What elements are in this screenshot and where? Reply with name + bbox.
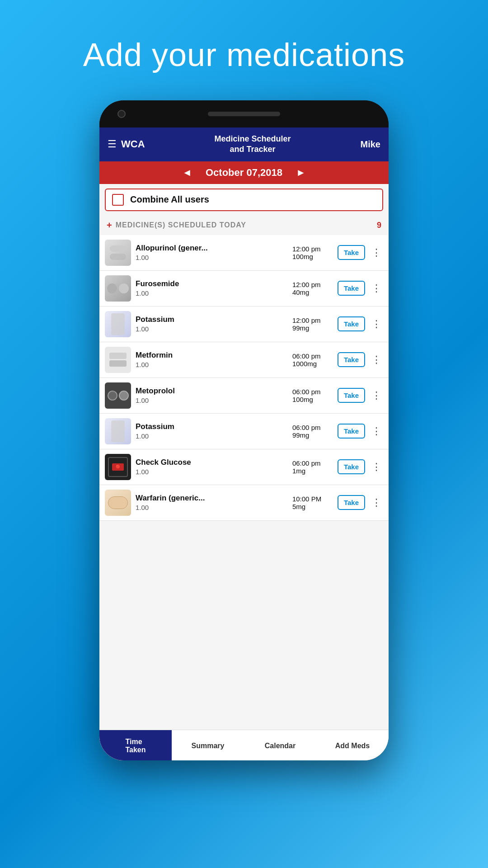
more-options-icon[interactable]: ⋮ xyxy=(370,425,383,437)
more-options-icon[interactable]: ⋮ xyxy=(370,318,383,330)
med-time: 06:00 pm 1000mg xyxy=(292,352,333,368)
med-dose: 1000mg xyxy=(292,360,317,368)
med-icon xyxy=(105,418,131,444)
take-button[interactable]: Take xyxy=(338,495,365,510)
app-header: ☰ WCA Medicine Scheduler and Tracker Mik… xyxy=(99,127,389,161)
more-options-icon[interactable]: ⋮ xyxy=(370,247,383,259)
bottom-nav: TimeTaken Summary Calendar Add Meds xyxy=(99,730,389,760)
med-name: Metoprolol xyxy=(136,387,288,396)
menu-icon[interactable]: ☰ xyxy=(108,139,117,149)
med-dose: 5mg xyxy=(292,503,305,510)
date-bar: ◄ October 07,2018 ► xyxy=(99,161,389,184)
more-options-icon[interactable]: ⋮ xyxy=(370,390,383,401)
med-time-text: 06:00 pm xyxy=(292,352,321,360)
hero-title: Add your medications xyxy=(83,36,405,73)
table-row: Potassium 1.00 06:00 pm 99mg Take ⋮ xyxy=(99,414,389,449)
med-icon xyxy=(105,347,131,373)
take-button[interactable]: Take xyxy=(338,281,365,296)
med-time: 10:00 PM 5mg xyxy=(292,495,333,510)
next-date-button[interactable]: ► xyxy=(296,167,306,179)
nav-summary[interactable]: Summary xyxy=(172,730,244,760)
med-name: Potassium xyxy=(136,315,288,324)
med-time-text: 12:00 pm xyxy=(292,316,321,324)
more-options-icon[interactable]: ⋮ xyxy=(370,461,383,473)
med-info: Potassium 1.00 xyxy=(136,315,288,333)
table-row: Potassium 1.00 12:00 pm 99mg Take ⋮ xyxy=(99,307,389,342)
med-name: Metformin xyxy=(136,351,288,360)
phone-camera xyxy=(117,110,126,118)
take-button[interactable]: Take xyxy=(338,352,365,367)
table-row: Metformin 1.00 06:00 pm 1000mg Take ⋮ xyxy=(99,342,389,378)
nav-calendar-label: Calendar xyxy=(265,742,296,750)
med-name: Warfarin (generic... xyxy=(136,494,288,503)
nav-calendar[interactable]: Calendar xyxy=(244,730,316,760)
nav-add-meds-label: Add Meds xyxy=(335,742,370,750)
more-options-icon[interactable]: ⋮ xyxy=(370,283,383,294)
take-button[interactable]: Take xyxy=(338,424,365,439)
med-icon xyxy=(105,240,131,266)
med-time-text: 12:00 pm xyxy=(292,245,321,253)
med-info: Allopurinol (gener... 1.00 xyxy=(136,244,288,261)
more-options-icon[interactable]: ⋮ xyxy=(370,497,383,509)
med-qty: 1.00 xyxy=(136,361,288,368)
current-date: October 07,2018 xyxy=(206,167,282,179)
med-time: 06:00 pm 99mg xyxy=(292,424,333,439)
med-time-text: 06:00 pm xyxy=(292,388,321,396)
table-row: 🔴 Check Glucose 1.00 06:00 pm 1mg Take ⋮ xyxy=(99,449,389,485)
take-button[interactable]: Take xyxy=(338,459,365,474)
table-row: Warfarin (generic... 1.00 10:00 PM 5mg T… xyxy=(99,485,389,521)
med-qty: 1.00 xyxy=(136,396,288,404)
med-info: Check Glucose 1.00 xyxy=(136,458,288,476)
combine-label: Combine All users xyxy=(130,194,209,205)
med-icon xyxy=(105,490,131,516)
med-qty: 1.00 xyxy=(136,289,288,297)
table-row: Allopurinol (gener... 1.00 12:00 pm 100m… xyxy=(99,235,389,271)
med-info: Metformin 1.00 xyxy=(136,351,288,368)
med-dose: 40mg xyxy=(292,288,310,296)
med-info: Warfarin (generic... 1.00 xyxy=(136,494,288,511)
med-dose: 100mg xyxy=(292,396,313,403)
prev-date-button[interactable]: ◄ xyxy=(182,167,192,179)
section-count: 9 xyxy=(377,221,381,230)
med-info: Metoprolol 1.00 xyxy=(136,387,288,404)
take-button[interactable]: Take xyxy=(338,245,365,260)
table-row: Metoprolol 1.00 06:00 pm 100mg Take ⋮ xyxy=(99,378,389,414)
med-icon: 🔴 xyxy=(105,454,131,480)
phone-frame: ☰ WCA Medicine Scheduler and Tracker Mik… xyxy=(99,100,389,760)
take-button[interactable]: Take xyxy=(338,388,365,403)
med-time-text: 06:00 pm xyxy=(292,424,321,431)
med-info: Potassium 1.00 xyxy=(136,422,288,440)
med-time: 06:00 pm 100mg xyxy=(292,388,333,403)
brand-label: WCA xyxy=(121,138,145,150)
med-dose: 100mg xyxy=(292,253,313,260)
med-qty: 1.00 xyxy=(136,504,288,511)
phone-speaker xyxy=(208,112,280,116)
med-name: Furosemide xyxy=(136,279,288,288)
more-options-icon[interactable]: ⋮ xyxy=(370,354,383,366)
app-title: Medicine Scheduler and Tracker xyxy=(215,134,291,155)
med-qty: 1.00 xyxy=(136,325,288,333)
med-time-text: 10:00 PM xyxy=(292,495,321,503)
header-left: ☰ WCA xyxy=(108,138,145,150)
med-icon xyxy=(105,311,131,337)
table-row: Furosemide 1.00 12:00 pm 40mg Take ⋮ xyxy=(99,271,389,307)
med-dose: 99mg xyxy=(292,431,310,439)
med-info: Furosemide 1.00 xyxy=(136,279,288,297)
med-list: Allopurinol (gener... 1.00 12:00 pm 100m… xyxy=(99,235,389,521)
phone-top-bar xyxy=(99,100,389,127)
med-dose: 99mg xyxy=(292,324,310,332)
combine-all-bar[interactable]: Combine All users xyxy=(105,189,383,211)
med-time: 12:00 pm 40mg xyxy=(292,281,333,296)
nav-summary-label: Summary xyxy=(192,742,225,750)
section-plus-icon[interactable]: + xyxy=(107,220,112,231)
phone-screen: ☰ WCA Medicine Scheduler and Tracker Mik… xyxy=(99,127,389,760)
med-icon xyxy=(105,382,131,409)
take-button[interactable]: Take xyxy=(338,316,365,331)
section-header: + MEDICINE(S) SCHEDULED TODAY 9 xyxy=(99,216,389,235)
nav-add-meds[interactable]: Add Meds xyxy=(316,730,389,760)
combine-checkbox[interactable] xyxy=(112,194,124,206)
med-dose: 1mg xyxy=(292,467,305,475)
nav-time-taken[interactable]: TimeTaken xyxy=(99,730,172,760)
section-title: MEDICINE(S) SCHEDULED TODAY xyxy=(116,221,373,229)
med-time: 06:00 pm 1mg xyxy=(292,459,333,475)
